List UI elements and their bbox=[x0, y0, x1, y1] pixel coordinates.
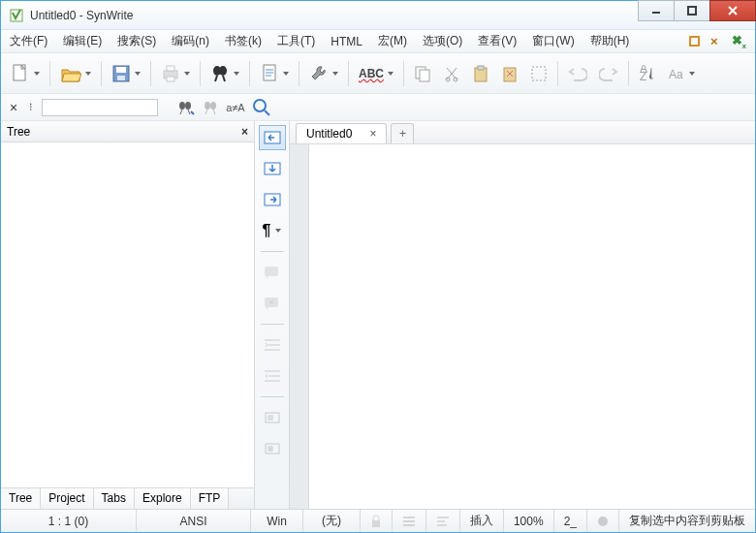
vbtn-expand[interactable] bbox=[259, 436, 286, 461]
status-message: 复制选中内容到剪贴板 bbox=[619, 510, 755, 532]
zoom-icon[interactable] bbox=[251, 97, 272, 118]
document-tab[interactable]: Untitled0 × bbox=[296, 123, 387, 143]
delete-button[interactable] bbox=[497, 59, 522, 88]
copy-button[interactable] bbox=[410, 59, 435, 88]
menu-options[interactable]: 选项(O) bbox=[420, 31, 465, 51]
undo-button[interactable] bbox=[564, 59, 591, 88]
menu-encoding[interactable]: 编码(n) bbox=[169, 31, 212, 51]
vbtn-unindent[interactable] bbox=[259, 363, 286, 389]
find-button[interactable] bbox=[206, 59, 243, 88]
menu-macros[interactable]: 宏(M) bbox=[375, 31, 410, 51]
status-zoom[interactable]: 100% bbox=[504, 510, 554, 532]
goto-button[interactable] bbox=[256, 59, 293, 88]
find-next-icon[interactable] bbox=[175, 98, 195, 117]
vbtn-collapse[interactable] bbox=[259, 405, 286, 430]
panel-tab-explore[interactable]: Explore bbox=[135, 488, 191, 509]
status-eol[interactable]: Win bbox=[251, 510, 303, 532]
menu-edit[interactable]: 编辑(E) bbox=[60, 31, 105, 51]
chevron-down-icon bbox=[85, 72, 91, 76]
svg-point-24 bbox=[179, 102, 185, 110]
panel-tab-project[interactable]: Project bbox=[41, 488, 93, 509]
svg-rect-18 bbox=[478, 66, 484, 70]
open-file-button[interactable] bbox=[56, 59, 95, 88]
minimize-button[interactable] bbox=[638, 0, 675, 21]
save-button[interactable] bbox=[108, 59, 144, 88]
separator bbox=[261, 324, 284, 325]
panel-tab-ftp[interactable]: FTP bbox=[191, 488, 230, 509]
status-insert[interactable]: 插入 bbox=[460, 510, 504, 532]
chevron-down-icon bbox=[283, 72, 289, 76]
document-tabs: Untitled0 × + bbox=[290, 121, 755, 144]
panel-tab-tree[interactable]: Tree bbox=[1, 488, 41, 509]
tree-panel-body[interactable] bbox=[1, 142, 254, 487]
panel-tab-tabs[interactable]: Tabs bbox=[94, 488, 135, 509]
chevron-down-icon bbox=[184, 72, 190, 76]
editor-textarea[interactable] bbox=[309, 144, 755, 509]
replace-icon[interactable]: a≠A bbox=[226, 102, 245, 113]
status-rec-icon[interactable] bbox=[587, 510, 619, 532]
separator bbox=[628, 61, 629, 86]
fullscreen-icon[interactable] bbox=[689, 36, 700, 47]
vbtn-indent[interactable] bbox=[259, 332, 286, 358]
vbtn-down[interactable] bbox=[259, 156, 286, 181]
maximize-button[interactable] bbox=[674, 0, 710, 21]
menu-tools[interactable]: 工具(T) bbox=[274, 31, 318, 51]
separator bbox=[101, 61, 102, 86]
status-wrap-icon[interactable] bbox=[393, 510, 426, 532]
chevron-down-icon bbox=[388, 72, 394, 76]
vbtn-pilcrow[interactable]: ¶ bbox=[259, 218, 286, 243]
svg-rect-38 bbox=[372, 520, 380, 527]
menu-bookmarks[interactable]: 书签(k) bbox=[222, 31, 265, 51]
menu-html[interactable]: HTML bbox=[328, 33, 365, 50]
case-button[interactable]: Aa bbox=[664, 59, 699, 88]
menu-extra-x2-icon[interactable]: ✖x bbox=[729, 31, 749, 52]
menu-help[interactable]: 帮助(H) bbox=[587, 31, 633, 51]
menu-file[interactable]: 文件(F) bbox=[7, 31, 50, 51]
status-lock-icon[interactable] bbox=[361, 510, 393, 532]
menu-extra-x1-icon[interactable]: × bbox=[708, 32, 721, 50]
vbtn-back[interactable] bbox=[259, 125, 286, 150]
close-search-button[interactable]: × bbox=[7, 100, 20, 115]
search-toolbar: × ⁝ a≠A bbox=[1, 94, 755, 121]
status-position[interactable]: 1 : 1 (0) bbox=[1, 510, 137, 532]
search-input[interactable] bbox=[42, 99, 158, 116]
chevron-down-icon bbox=[234, 72, 239, 76]
status-tab[interactable]: 2_ bbox=[554, 510, 587, 532]
separator bbox=[403, 61, 404, 86]
status-encoding[interactable]: ANSI bbox=[137, 510, 251, 532]
separator bbox=[557, 61, 558, 86]
redo-button[interactable] bbox=[595, 59, 622, 88]
vbtn-comment[interactable] bbox=[259, 260, 286, 285]
svg-text:Aa: Aa bbox=[669, 68, 683, 81]
clipboard-button[interactable] bbox=[468, 59, 493, 88]
sort-button[interactable]: AZ bbox=[635, 59, 660, 88]
tree-panel-close-button[interactable]: × bbox=[241, 125, 248, 139]
tree-panel-title: Tree bbox=[7, 125, 30, 139]
new-tab-button[interactable]: + bbox=[391, 123, 414, 143]
separator bbox=[261, 251, 284, 252]
tab-close-button[interactable]: × bbox=[369, 127, 376, 141]
print-button[interactable] bbox=[157, 59, 194, 88]
separator bbox=[49, 61, 50, 86]
svg-point-27 bbox=[210, 102, 216, 110]
svg-point-11 bbox=[219, 66, 227, 76]
menu-view[interactable]: 查看(V) bbox=[475, 31, 520, 51]
select-all-button[interactable] bbox=[526, 59, 551, 88]
status-lexer[interactable]: (无) bbox=[303, 510, 361, 532]
spellcheck-button[interactable]: ABC bbox=[355, 59, 397, 88]
menubar: 文件(F) 编辑(E) 搜索(S) 编码(n) 书签(k) 工具(T) HTML… bbox=[1, 30, 755, 53]
vbtn-uncomment[interactable] bbox=[259, 291, 286, 316]
status-map-icon[interactable] bbox=[426, 510, 460, 532]
new-file-button[interactable] bbox=[7, 59, 44, 88]
search-menu-button[interactable]: ⁝ bbox=[26, 101, 36, 113]
body: Tree × Tree Project Tabs Explore FTP ¶ bbox=[1, 121, 755, 509]
find-prev-icon[interactable] bbox=[201, 98, 220, 117]
svg-rect-6 bbox=[117, 76, 125, 80]
app-window: Untitled0 - SynWrite 文件(F) 编辑(E) 搜索(S) 编… bbox=[0, 0, 756, 533]
menu-window[interactable]: 窗口(W) bbox=[529, 31, 577, 51]
menu-search[interactable]: 搜索(S) bbox=[114, 31, 159, 51]
close-button[interactable] bbox=[709, 0, 756, 21]
tools-button[interactable] bbox=[305, 59, 342, 88]
cut-button[interactable] bbox=[439, 59, 464, 88]
vbtn-forward[interactable] bbox=[259, 187, 286, 212]
